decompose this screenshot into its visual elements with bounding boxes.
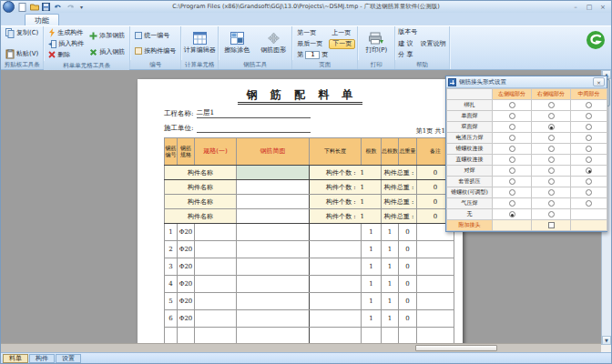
detail-cell-qty[interactable]: 1 xyxy=(362,310,382,328)
joint-radio-r5-c3[interactable] xyxy=(586,146,592,152)
joint-radio-r10-c1[interactable] xyxy=(509,200,515,207)
detail-cell-blank[interactable] xyxy=(237,224,310,241)
detail-cell-length[interactable] xyxy=(310,276,362,293)
erase-color-button[interactable]: 擦除涂色 xyxy=(220,31,253,56)
app-orb-button[interactable] xyxy=(3,1,15,13)
statusbar-tab-2[interactable]: 构件 xyxy=(29,354,55,363)
empty-cell[interactable] xyxy=(417,328,454,345)
joint-radio-r1-c3[interactable] xyxy=(586,102,592,108)
empty-cell[interactable] xyxy=(399,328,417,345)
detail-cell-spec[interactable]: Φ20 xyxy=(178,224,195,241)
suggest-button[interactable]: 建 议 xyxy=(398,39,413,48)
detail-cell-spec[interactable]: Φ20 xyxy=(178,258,195,276)
next-page-button[interactable]: 下一页 xyxy=(329,39,355,49)
detail-cell-no[interactable]: 3 xyxy=(165,258,178,276)
detail-cell-blank[interactable] xyxy=(237,293,310,310)
joint-radio-r8-c1[interactable] xyxy=(509,178,515,185)
project-name-value[interactable]: 二层1 xyxy=(197,108,311,118)
new-file-button[interactable] xyxy=(17,2,27,12)
component-name-cell[interactable]: 构件名称 xyxy=(165,180,237,195)
detail-cell-no[interactable]: 1 xyxy=(165,224,178,241)
detail-cell-length[interactable] xyxy=(310,293,362,310)
delete-button[interactable]: 删除 xyxy=(46,49,87,60)
detail-cell-blank[interactable] xyxy=(237,276,310,293)
detail-cell-total_qty[interactable]: 1 xyxy=(382,241,399,258)
statusbar-tab-3[interactable]: 设置 xyxy=(56,354,81,363)
copy-button[interactable]: 复制(C) xyxy=(3,27,41,38)
add-rebar-button[interactable]: 添加钢筋 xyxy=(87,30,128,41)
detail-cell-total_qty[interactable]: 1 xyxy=(382,310,399,328)
joint-radio-r6-c2[interactable] xyxy=(548,157,555,163)
undo-button[interactable] xyxy=(53,2,63,12)
detail-cell-blank[interactable] xyxy=(195,224,237,241)
detail-cell-total_qty[interactable]: 1 xyxy=(382,224,399,241)
tab-function[interactable]: 功能 xyxy=(25,14,59,25)
joint-radio-r8-c3[interactable] xyxy=(586,178,592,185)
contractor-value[interactable] xyxy=(197,132,311,133)
detail-cell-length[interactable] xyxy=(310,258,362,276)
joint-radio-r2-c1[interactable] xyxy=(509,113,515,119)
detail-cell-blank[interactable] xyxy=(237,258,310,276)
detail-cell-no[interactable]: 6 xyxy=(165,310,178,328)
joint-radio-r10-c2[interactable] xyxy=(548,200,555,207)
joint-radio-r3-c3[interactable] xyxy=(586,124,592,130)
detail-cell-weight[interactable]: 0 xyxy=(399,258,417,276)
dialog-close-button[interactable]: × xyxy=(593,77,605,86)
detail-cell-note[interactable] xyxy=(417,293,454,310)
empty-cell[interactable] xyxy=(362,328,382,345)
detail-cell-total_qty[interactable]: 1 xyxy=(382,258,399,276)
detail-cell-note[interactable] xyxy=(417,310,454,328)
detail-cell-weight[interactable]: 0 xyxy=(399,293,417,310)
detail-cell-qty[interactable]: 1 xyxy=(362,241,382,258)
detail-cell-length[interactable] xyxy=(310,310,362,328)
detail-cell-length[interactable] xyxy=(310,224,362,241)
rebar-graph-button[interactable]: 钢筋图形 xyxy=(257,31,290,56)
joint-radio-r10-c3[interactable] xyxy=(586,200,592,207)
detail-cell-no[interactable]: 4 xyxy=(165,276,178,293)
detail-cell-no[interactable]: 5 xyxy=(165,293,178,310)
statusbar-tab-1[interactable]: 料单 xyxy=(3,354,28,363)
detail-cell-weight[interactable]: 0 xyxy=(399,310,417,328)
detail-cell-weight[interactable]: 0 xyxy=(399,276,417,293)
empty-cell[interactable] xyxy=(382,328,399,345)
paste-button[interactable]: 粘贴(V) xyxy=(3,48,41,59)
detail-cell-qty[interactable]: 1 xyxy=(362,276,382,293)
detail-cell-total_qty[interactable]: 1 xyxy=(382,293,399,310)
joint-radio-r6-c1[interactable] xyxy=(509,157,515,163)
empty-cell[interactable] xyxy=(237,328,310,345)
detail-cell-blank[interactable] xyxy=(195,258,237,276)
component-name-cell[interactable]: 构件名称 xyxy=(165,195,237,209)
version-button[interactable]: 版本号 xyxy=(398,27,417,36)
component-name-cell[interactable]: 构件名称 xyxy=(165,209,237,224)
joint-radio-r11-c1[interactable] xyxy=(509,211,515,217)
joint-radio-r7-c1[interactable] xyxy=(509,167,515,174)
calc-editor-button[interactable]: 计算编辑器 xyxy=(183,31,216,56)
generate-component-button[interactable]: 生成构件 xyxy=(46,27,87,38)
component-graph-cell[interactable] xyxy=(237,166,310,180)
detail-cell-blank[interactable] xyxy=(237,310,310,328)
joint-radio-r3-c2[interactable] xyxy=(548,124,555,130)
component-count-cell[interactable]: 构件个数 :1 xyxy=(310,195,382,209)
joint-radio-r4-c1[interactable] xyxy=(509,135,515,141)
qat-dropdown-button[interactable]: ▾ xyxy=(76,2,87,12)
scroll-down-arrow[interactable]: ▼ xyxy=(602,336,611,345)
detail-cell-blank[interactable] xyxy=(195,276,237,293)
joint-radio-r4-c2[interactable] xyxy=(548,135,555,141)
detail-cell-blank[interactable] xyxy=(195,241,237,258)
component-weight-cell[interactable]: 构件总重 : xyxy=(382,209,417,224)
detail-cell-qty[interactable]: 1 xyxy=(362,293,382,310)
maximize-button[interactable]: □ xyxy=(583,3,596,12)
page-number-input[interactable] xyxy=(305,51,320,59)
component-count-cell[interactable]: 构件个数 :1 xyxy=(310,180,382,195)
detail-cell-note[interactable] xyxy=(417,241,454,258)
manual-button[interactable]: 设置说明 xyxy=(421,39,446,48)
empty-cell[interactable] xyxy=(165,328,178,345)
joint-radio-r2-c2[interactable] xyxy=(548,113,555,119)
component-weight-cell[interactable]: 构件总重 : xyxy=(382,166,417,180)
prev-page-button[interactable]: 上一页 xyxy=(329,27,355,37)
joint-radio-r9-c3[interactable] xyxy=(586,189,592,196)
empty-cell[interactable] xyxy=(195,328,237,345)
detail-cell-no[interactable]: 2 xyxy=(165,241,178,258)
detail-cell-blank[interactable] xyxy=(195,310,237,328)
open-file-button[interactable] xyxy=(29,2,39,12)
